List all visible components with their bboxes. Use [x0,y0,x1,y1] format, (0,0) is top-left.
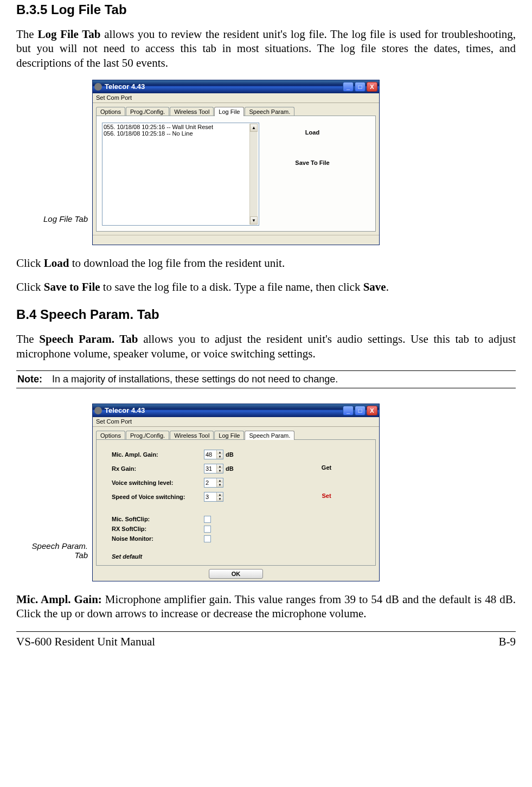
telecor-window-logfile: Telecor 4.43 _ □ X Set Com Port Options … [92,80,380,245]
spin-up-icon[interactable]: ▲ [216,478,223,483]
spin-up-icon[interactable]: ▲ [216,464,223,469]
app-icon [94,83,102,91]
titlebar[interactable]: Telecor 4.43 _ □ X [93,404,379,417]
set-default-button[interactable]: Set default [112,553,366,560]
para-logfile-intro: The Log File Tab allows you to review th… [16,27,516,70]
heading-b4: B.4 Speech Param. Tab [16,307,516,322]
minimize-button[interactable]: _ [343,82,354,92]
rx-gain-spinner[interactable]: ▲▼ [204,464,223,474]
tab-prog-config[interactable]: Prog./Config. [126,107,169,116]
scroll-up-icon[interactable]: ▲ [250,124,258,132]
label-rx-gain: Rx Gain: [112,465,204,472]
tab-log-file[interactable]: Log File [214,431,244,440]
spin-down-icon[interactable]: ▼ [216,497,223,501]
para-click-load: Click Load to download the log file from… [16,256,516,270]
tab-options[interactable]: Options [96,431,125,440]
logfile-panel: 055. 10/18/08 10:25:16 -- Wall Unit Rese… [96,116,376,232]
set-button[interactable]: Set [305,492,348,499]
footer-left: VS-600 Resident Unit Manual [16,635,155,649]
voice-switch-level-value[interactable] [204,478,216,487]
scroll-down-icon[interactable]: ▼ [250,216,258,225]
unit-db: dB [226,451,234,458]
label-rx-softclip: RX SoftClip: [112,526,204,532]
note-text: In a majority of installations, these se… [52,374,338,385]
spin-up-icon[interactable]: ▲ [216,450,223,455]
mic-gain-value[interactable] [204,450,216,459]
maximize-button[interactable]: □ [355,82,366,92]
page-footer: VS-600 Resident Unit Manual B-9 [16,631,516,649]
window-title: Telecor 4.43 [105,406,343,414]
speech-param-panel: Get Set Mic. Ampl. Gain: ▲▼ dB Rx Gain: … [96,439,376,566]
voice-switch-speed-spinner[interactable]: ▲▼ [204,492,223,502]
tabs: Options Prog./Config. Wireless Tool Log … [96,106,376,116]
caption-speechparam: Speech Param. Tab [16,541,92,581]
label-noise-monitor: Noise Monitor: [112,535,204,542]
mic-gain-spinner[interactable]: ▲▼ [204,450,223,459]
close-button[interactable]: X [367,406,377,415]
app-icon [94,407,102,414]
note-label: Note: [17,374,42,385]
label-voice-switch-speed: Speed of Voice switching: [112,494,204,500]
label-voice-switch-level: Voice switching level: [112,479,204,486]
note-box: Note:In a majority of installations, the… [16,370,516,388]
log-entry[interactable]: 056. 10/18/08 10:25:18 -- No Line [104,130,249,137]
minimize-button[interactable]: _ [343,406,354,415]
rx-gain-value[interactable] [204,464,216,473]
log-entry[interactable]: 055. 10/18/08 10:25:16 -- Wall Unit Rese… [104,124,249,130]
unit-db: dB [226,465,234,472]
heading-b35: B.3.5 Log File Tab [16,2,516,17]
scrollbar[interactable]: ▲ ▼ [249,124,258,225]
label-mic-gain: Mic. Ampl. Gain: [112,451,204,458]
log-listbox[interactable]: 055. 10/18/08 10:25:16 -- Wall Unit Rese… [102,123,259,226]
window-title: Telecor 4.43 [105,82,343,91]
tab-wireless-tool[interactable]: Wireless Tool [170,107,214,116]
label-mic-softclip: Mic. SoftClip: [112,516,204,522]
load-button[interactable]: Load [269,123,356,142]
menu-set-com-port[interactable]: Set Com Port [93,93,379,103]
mic-softclip-checkbox[interactable] [204,516,211,523]
ok-button[interactable]: OK [209,569,263,579]
voice-switch-level-spinner[interactable]: ▲▼ [204,478,223,488]
noise-monitor-checkbox[interactable] [204,535,211,542]
spin-down-icon[interactable]: ▼ [216,469,223,473]
telecor-window-speechparam: Telecor 4.43 _ □ X Set Com Port Options … [92,404,380,581]
statusbar [93,235,379,245]
para-speechparam-intro: The Speech Param. Tab allows you to adju… [16,332,516,361]
tab-options[interactable]: Options [96,107,125,116]
tab-speech-param[interactable]: Speech Param. [245,107,294,116]
maximize-button[interactable]: □ [355,406,366,415]
voice-switch-speed-value[interactable] [204,492,216,501]
spin-up-icon[interactable]: ▲ [216,492,223,497]
rx-softclip-checkbox[interactable] [204,526,211,533]
para-mic-ampl-gain: Mic. Ampl. Gain: Microphone amplifier ga… [16,592,516,621]
tab-speech-param[interactable]: Speech Param. [245,431,294,440]
footer-right: B-9 [499,635,516,649]
close-button[interactable]: X [367,82,377,92]
titlebar[interactable]: Telecor 4.43 _ □ X [93,80,379,93]
tabs: Options Prog./Config. Wireless Tool Log … [96,430,376,439]
spin-down-icon[interactable]: ▼ [216,483,223,487]
tab-prog-config[interactable]: Prog./Config. [126,431,169,440]
tab-wireless-tool[interactable]: Wireless Tool [170,431,214,440]
caption-logfile: Log File Tab [16,214,92,245]
spin-down-icon[interactable]: ▼ [216,455,223,459]
para-click-save: Click Save to File to save the log file … [16,280,516,294]
get-button[interactable]: Get [305,464,348,471]
menu-set-com-port[interactable]: Set Com Port [93,417,379,427]
tab-log-file[interactable]: Log File [214,107,244,116]
save-to-file-button[interactable]: Save To File [269,153,356,172]
